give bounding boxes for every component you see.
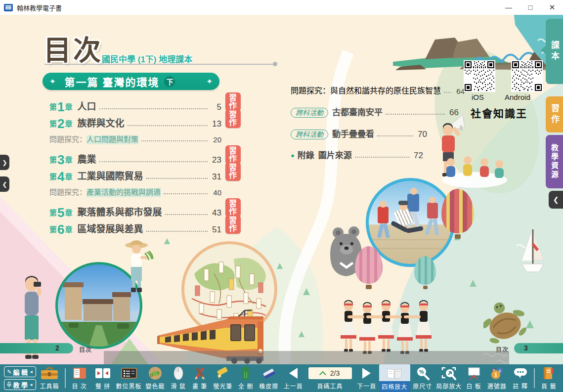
toc-entry-inquiry1[interactable]: 問題探究： 人口問題與對策 20 — [49, 129, 221, 144]
volume-badge: 下 — [164, 76, 175, 87]
delete-all-button[interactable]: 全 刪 — [235, 364, 257, 392]
partial-zoom-button[interactable]: 局部放大 — [434, 364, 463, 392]
next-page-label: 下一頁 — [357, 382, 376, 390]
microphone-icon — [7, 382, 11, 388]
pen-button[interactable]: 畫 筆 — [189, 364, 211, 392]
toc-entry-ch6[interactable]: 第6章 區域發展與差異 51 習作 — [49, 218, 221, 235]
original-size-button[interactable]: % 原尺寸 — [410, 364, 435, 392]
page-subtitle: 國民中學 (1下) 地理課本 — [102, 52, 192, 65]
footer-left-label: 目次 — [79, 345, 92, 353]
number-picker-icon: 321 — [489, 366, 504, 380]
four-grid-zoom-label: 四格放大 — [379, 381, 410, 392]
toolbox-label: 工具箱 — [40, 382, 59, 390]
chapter-prefix: 第 — [49, 156, 57, 165]
workbook-badge[interactable]: 習作 — [225, 162, 241, 181]
chapter-suffix: 章 — [65, 173, 72, 182]
workbook-badge[interactable]: 習作 — [225, 109, 241, 128]
next-page-button[interactable]: 下一頁 — [354, 364, 379, 392]
chameleon-button[interactable]: 變色龍 — [143, 364, 168, 392]
bullet-icon: ● — [291, 152, 295, 161]
annotation-button[interactable]: 註 釋 — [509, 364, 532, 392]
edit-mode-label: 編 輯 — [13, 367, 28, 377]
toc-right-column: 問題探究： 與自然和諧共存的原住民族智慧 64 跨科活動 古都臺南安平 66 跨… — [291, 84, 467, 173]
section-banner: ✦ 第一篇 臺灣的環境 下 ✦ — [43, 73, 219, 90]
left-panel-expand-button[interactable]: ❯ — [0, 155, 9, 170]
toc-entry-cross1[interactable]: 跨科活動 古都臺南安平 66 — [291, 108, 459, 118]
dot-leader — [146, 231, 208, 232]
chapter-number: 5 — [57, 207, 65, 218]
maximize-button[interactable]: □ — [520, 0, 541, 15]
edit-mode-button[interactable]: ✎編 輯◄ — [4, 366, 36, 377]
blackboard-icon — [121, 367, 137, 379]
page-indicator: 2/3 — [330, 369, 340, 377]
teach-mode-button[interactable]: 教 學◄ — [4, 379, 36, 390]
close-button[interactable]: ✕ — [541, 0, 563, 15]
digital-blackboard-button[interactable]: 數位黑板 — [115, 364, 143, 392]
workbook-badge[interactable]: 習作 — [225, 145, 241, 164]
activity-title: 動手疊疊看 — [332, 130, 374, 139]
workbook-badge[interactable]: 習作 — [225, 198, 241, 217]
prev-page-button[interactable]: 上一頁 — [281, 364, 306, 392]
page-number: 20 — [211, 136, 221, 144]
toc-entry-ch3[interactable]: 第3章 農業 23 習作 — [49, 148, 221, 165]
dual-page-icon — [95, 367, 111, 380]
right-panel-collapse-button[interactable]: ❮ — [549, 191, 563, 209]
page-number: 13 — [211, 120, 221, 129]
eraser-button[interactable]: 橡皮擦 — [257, 364, 281, 392]
footer-left-pill — [0, 343, 73, 353]
toc-entry-inquiry2[interactable]: 問題探究： 產業活動的挑戰與調適 40 — [49, 182, 221, 197]
four-grid-zoom-button[interactable]: 四格放大 — [379, 364, 410, 392]
page-tool: 2/3 頁碼工具 — [305, 364, 354, 392]
page-tool-label: 頁碼工具 — [317, 382, 343, 390]
appendix-label: 附錄 — [298, 151, 314, 161]
toc-button[interactable]: 目 次 — [68, 364, 91, 392]
tab-workbook[interactable]: 習作 — [546, 96, 563, 132]
chameleon-icon — [148, 366, 162, 380]
inquiry-label: 問題探究： — [49, 135, 87, 144]
page-number-input[interactable]: 2/3 — [308, 367, 352, 379]
highlighter-button[interactable]: 螢光筆 — [211, 364, 235, 392]
page-bottom-drag-bar[interactable] — [104, 351, 509, 364]
pen-label: 畫 筆 — [192, 382, 207, 390]
inquiry-title: 產業活動的挑戰與調適 — [87, 188, 161, 197]
toc-icon — [72, 367, 87, 380]
inquiry-label: 問題探究： — [49, 188, 87, 197]
minimize-button[interactable]: — — [498, 0, 520, 15]
bookmark-button[interactable]: 頁 籤 — [537, 364, 562, 392]
toolbox-button[interactable]: 工具箱 — [36, 364, 62, 392]
toolbox-icon — [40, 366, 59, 380]
whiteboard-button[interactable]: 白 板 — [463, 364, 485, 392]
qr-app-name: 社會知識王 — [471, 105, 548, 120]
inquiry-title: 人口問題與對策 — [87, 135, 138, 144]
toc-entry-ch1[interactable]: 第1章 人口 5 習作 — [49, 95, 221, 112]
page-number: 5 — [211, 103, 221, 112]
number-picker-button[interactable]: 321 選號器 — [484, 364, 509, 392]
chapter-number: 3 — [57, 154, 65, 165]
dot-leader — [128, 125, 208, 126]
toc-entry-ch5[interactable]: 第5章 聚落體系與都市發展 43 習作 — [49, 201, 221, 218]
toolbar-separator — [65, 368, 66, 388]
toc-entry-appendix[interactable]: ● 附錄 圖片來源 72 — [291, 151, 423, 161]
toc-entry-ch4[interactable]: 第4章 工業與國際貿易 31 習作 — [49, 165, 221, 182]
dot-leader — [355, 157, 409, 158]
tab-textbook[interactable]: 課本 — [546, 19, 563, 84]
title-rule — [44, 64, 273, 65]
inquiry-label: 問題探究： — [291, 84, 330, 96]
workbook-badge[interactable]: 習作 — [225, 215, 241, 234]
toc-entry-inquiry3[interactable]: 問題探究： 與自然和諧共存的原住民族智慧 64 — [291, 84, 465, 96]
qr-block: iOS Android 社會知識王 — [464, 60, 548, 120]
dual-page-button[interactable]: 雙 拼 — [91, 364, 115, 392]
dot-leader — [99, 108, 208, 109]
chapter-suffix: 章 — [65, 226, 72, 235]
tab-teaching-resources[interactable]: 教學資源 — [546, 135, 563, 188]
chapter-suffix: 章 — [65, 156, 72, 165]
toc-entry-ch2[interactable]: 第2章 族群與文化 13 習作 — [49, 112, 221, 129]
workbook-badge[interactable]: 習作 — [225, 92, 241, 111]
toc-entry-cross2[interactable]: 跨科活動 動手疊疊看 70 — [291, 130, 427, 139]
left-panel-collapse-button[interactable]: ❮ — [0, 176, 9, 192]
page-number: 40 — [211, 189, 221, 197]
chapter-title: 聚落體系與都市發展 — [78, 208, 162, 218]
mouse-button[interactable]: 滑 鼠 — [168, 364, 189, 392]
footer-left-page-number: 2 — [55, 344, 59, 352]
farmer-figure — [120, 238, 154, 294]
